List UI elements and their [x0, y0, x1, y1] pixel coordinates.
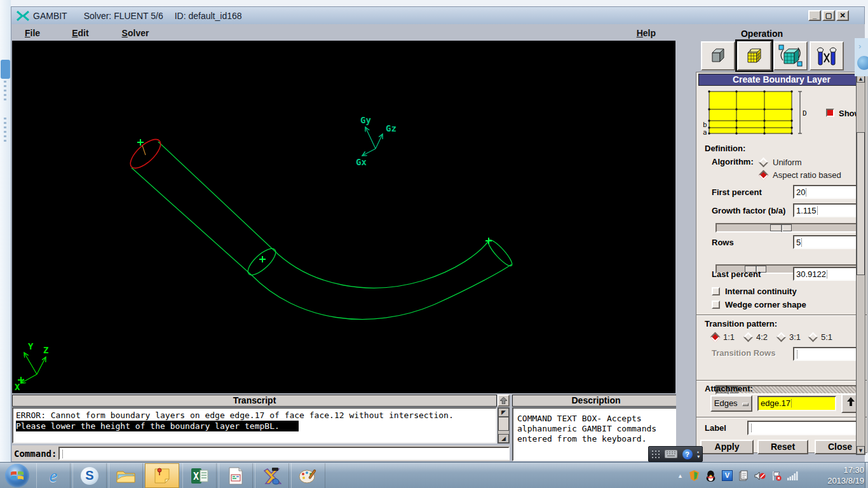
- transcript-line-selected: Please lower the height of the boundary …: [16, 421, 299, 431]
- ratio-4-2-radio[interactable]: [743, 332, 754, 342]
- tools-command-button[interactable]: [810, 41, 844, 71]
- axis-label-gx: Gx: [356, 157, 367, 167]
- ime-help-icon[interactable]: ?: [682, 449, 693, 459]
- pipe-edge: [273, 241, 489, 288]
- network-signal-icon[interactable]: [787, 471, 798, 480]
- first-percent-label: First percent: [712, 187, 762, 197]
- title-bar[interactable]: GAMBIT Solver: FLUENT 5/6 ID: default_id…: [11, 7, 864, 24]
- command-input[interactable]: [58, 447, 510, 460]
- clipboard-plug-icon[interactable]: [738, 470, 749, 481]
- selected-edge-17[interactable]: [126, 135, 165, 173]
- transcript-collapse-button[interactable]: [498, 395, 510, 407]
- scroll-down-icon[interactable]: ◢: [498, 434, 509, 443]
- operation-panel: Operation: [676, 24, 865, 462]
- algorithm-label: Algorithm:: [712, 157, 754, 166]
- dock-ball-icon[interactable]: [857, 56, 868, 70]
- mesh-command-button[interactable]: [737, 41, 771, 71]
- ratio-3-1-radio[interactable]: [776, 332, 787, 342]
- menu-file[interactable]: File: [21, 27, 44, 39]
- edge-pick-input[interactable]: edge.17: [757, 396, 836, 411]
- menu-help[interactable]: Help: [633, 27, 660, 39]
- scroll-up-icon[interactable]: ◤: [498, 408, 509, 417]
- taskbar-document-button[interactable]: [219, 463, 253, 488]
- edges-dropdown[interactable]: Edges: [710, 395, 752, 412]
- minimize-button[interactable]: _: [808, 10, 821, 21]
- separator: [696, 315, 867, 316]
- taskbar-paint-button[interactable]: [291, 463, 325, 488]
- internet-explorer-icon: e: [50, 466, 57, 486]
- rows-label: Rows: [712, 238, 734, 247]
- zones-command-button[interactable]: [773, 41, 808, 71]
- apply-button[interactable]: Apply: [700, 440, 754, 454]
- ime-collapse-icon[interactable]: ▪▾: [697, 450, 700, 459]
- show-checkbox[interactable]: [826, 109, 834, 117]
- create-boundary-layer-form: Create Boundary Layer: [696, 72, 867, 453]
- taskbar-excel-button[interactable]: X: [182, 463, 217, 488]
- volume-muted-icon[interactable]: [754, 471, 766, 481]
- internal-continuity-checkbox[interactable]: [712, 287, 720, 295]
- scroll-thumb[interactable]: [857, 132, 865, 275]
- grid-handle-icon: [651, 450, 660, 459]
- taskbar-ie-button[interactable]: e: [36, 463, 71, 488]
- wedge-corner-checkbox[interactable]: [712, 301, 720, 309]
- scroll-down-icon[interactable]: ▼: [857, 446, 865, 454]
- geometry-command-button[interactable]: [701, 41, 735, 71]
- separator: [696, 417, 867, 418]
- maximize-button[interactable]: ▢: [822, 10, 835, 21]
- taskbar-stickynotes-button[interactable]: [145, 463, 179, 488]
- show-desktop-button[interactable]: [865, 463, 868, 488]
- zones-cube-icon: [778, 44, 803, 68]
- antivirus-shield-icon[interactable]: [689, 470, 700, 481]
- axis-label-x: X: [15, 382, 20, 392]
- form-title: Create Boundary Layer: [698, 74, 865, 86]
- vertex-markers: [137, 139, 492, 262]
- last-percent-input[interactable]: 30.9122: [793, 267, 860, 281]
- transcript-header: Transcript: [12, 395, 497, 407]
- ime-toolbar[interactable]: ? ▪▾: [648, 446, 703, 462]
- growth-factor-input[interactable]: 1.115: [793, 203, 860, 217]
- gambit-logo-icon: [17, 11, 29, 21]
- transcript-scrollbar[interactable]: ◤ ◢: [498, 407, 510, 444]
- scroll-thumb[interactable]: [498, 417, 509, 431]
- slider-thumb[interactable]: [770, 224, 792, 231]
- close-button[interactable]: ✕: [836, 10, 849, 21]
- sogou-icon: S: [81, 467, 98, 485]
- ratio-5-1-radio[interactable]: [808, 332, 818, 342]
- qq-penguin-icon[interactable]: [705, 470, 716, 482]
- command-row: Command:: [12, 445, 510, 461]
- transition-rows-label: Transition Rows: [712, 348, 775, 358]
- aspect-ratio-radio[interactable]: [759, 170, 769, 180]
- keyboard-icon[interactable]: [665, 450, 677, 458]
- taskbar-explorer-button[interactable]: [109, 463, 143, 488]
- uniform-label: Uniform: [773, 158, 802, 167]
- taskbar-sogou-button[interactable]: S: [72, 463, 107, 488]
- reset-button[interactable]: Reset: [757, 440, 808, 454]
- pipe-wireframe: Gy Gz Gx Y Z X: [12, 41, 675, 393]
- menu-edit[interactable]: Edit: [68, 27, 92, 39]
- first-percent-input[interactable]: 20: [793, 185, 860, 199]
- transcript-log[interactable]: ERROR: Cannot form boundary layers on ed…: [12, 407, 497, 444]
- ratio-1-1-radio[interactable]: [710, 332, 721, 342]
- separator: [696, 380, 867, 381]
- menu-solver[interactable]: Solver: [118, 27, 153, 39]
- transition-rows-input: [793, 347, 860, 361]
- paint-palette-icon: [299, 468, 318, 484]
- label-input[interactable]: [747, 421, 860, 435]
- dock-tab-icon[interactable]: [1, 60, 10, 79]
- windows-flag-icon: [10, 469, 24, 482]
- folder-icon: [116, 468, 135, 484]
- taskbar-clock[interactable]: 17:30 2013/8/19: [827, 464, 864, 486]
- thunder-icon[interactable]: V: [722, 470, 733, 481]
- start-button[interactable]: [5, 464, 29, 487]
- taskbar-xtool-button[interactable]: [255, 463, 289, 488]
- tray-expand-icon[interactable]: ▲: [677, 473, 683, 479]
- rows-input[interactable]: 5: [793, 235, 860, 249]
- panel-scrollbar[interactable]: ▲ ▼: [856, 74, 865, 455]
- graphics-canvas[interactable]: Gy Gz Gx Y Z X: [12, 41, 675, 393]
- uniform-radio[interactable]: [759, 158, 769, 168]
- pipe-end-edge: [485, 237, 515, 268]
- growth-factor-label: Growth factor (b/a): [712, 206, 785, 215]
- up-arrow-icon: [500, 397, 507, 404]
- action-center-flag-icon[interactable]: [771, 471, 782, 481]
- growth-factor-slider[interactable]: [715, 223, 860, 233]
